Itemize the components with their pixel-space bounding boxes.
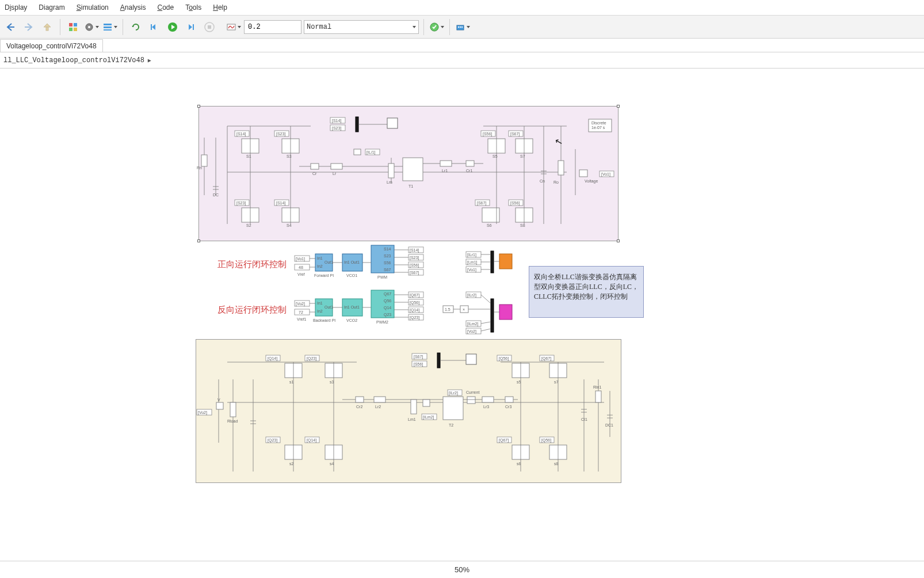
breadcrumb-item[interactable]: ll_LLC_Voltageloop_controlVi72Vo48 — [3, 56, 144, 64]
svg-text:[Q67]: [Q67] — [499, 438, 509, 443]
svg-text:[S56]: [S56] — [483, 132, 492, 136]
run-button[interactable] — [165, 19, 181, 35]
menu-tools[interactable]: Tools — [183, 2, 204, 13]
svg-rect-78 — [482, 208, 499, 222]
svg-text:[Q67]: [Q67] — [541, 356, 551, 361]
svg-text:S4: S4 — [287, 223, 292, 227]
svg-rect-259 — [505, 397, 513, 402]
up-button[interactable] — [39, 19, 55, 35]
svg-text:[S14]: [S14] — [410, 248, 419, 253]
svg-line-205 — [481, 322, 491, 324]
sim-mode-select[interactable]: Normal — [304, 20, 419, 34]
svg-text:[Q14]: [Q14] — [268, 356, 277, 361]
svg-text:[ILm2]: [ILm2] — [423, 415, 434, 420]
svg-rect-91 — [558, 161, 564, 175]
svg-text:[ILm2]: [ILm2] — [467, 322, 479, 326]
svg-rect-8 — [104, 26, 112, 28]
statusbar: 50% — [0, 561, 924, 578]
svg-text:[S67]: [S67] — [510, 132, 520, 136]
library-browser-button[interactable] — [65, 19, 81, 35]
svg-rect-247 — [423, 400, 430, 406]
svg-text:[Vo1]: [Vo1] — [467, 268, 476, 272]
menu-diagram[interactable]: Diagram — [36, 2, 67, 13]
svg-rect-10 — [151, 24, 152, 30]
svg-rect-25 — [201, 155, 207, 166]
svg-text:S56: S56 — [384, 261, 391, 265]
update-diagram-button[interactable] — [128, 19, 144, 35]
svg-rect-102 — [356, 117, 358, 132]
svg-point-6 — [88, 26, 90, 28]
forward-button[interactable] — [21, 19, 37, 35]
svg-line-206 — [481, 329, 491, 331]
diagnostics-button[interactable] — [429, 19, 445, 35]
svg-rect-9 — [104, 29, 112, 31]
svg-text:[S67]: [S67] — [414, 355, 423, 359]
svg-text:Rn: Rn — [197, 166, 202, 170]
svg-rect-295 — [466, 354, 476, 364]
menu-help[interactable]: Help — [211, 2, 230, 13]
svg-rect-19 — [460, 26, 461, 28]
svg-text:Forward PI: Forward PI — [314, 273, 334, 277]
model-tab[interactable]: Voltageloop_controlVi72Vo48 — [0, 39, 103, 52]
stop-time-input[interactable] — [244, 20, 301, 34]
svg-text:Lr2: Lr2 — [375, 405, 381, 409]
svg-text:Lr3: Lr3 — [483, 405, 489, 409]
svg-text:T1: T1 — [408, 184, 413, 188]
menu-simulation[interactable]: Simulation — [74, 2, 111, 13]
menu-display[interactable]: Display — [2, 2, 29, 13]
menu-code[interactable]: Code — [155, 2, 176, 13]
stop-button[interactable] — [201, 19, 217, 35]
svg-text:S8: S8 — [520, 223, 525, 227]
svg-rect-2 — [74, 23, 77, 26]
svg-rect-56 — [388, 163, 394, 178]
breadcrumb-bar: ll_LLC_Voltageloop_controlVi72Vo48 ▶ — [0, 52, 924, 69]
svg-text:Q56: Q56 — [384, 299, 391, 303]
svg-rect-212 — [216, 402, 223, 409]
menu-analysis[interactable]: Analysis — [118, 2, 148, 13]
svg-text:In1 Out1: In1 Out1 — [344, 260, 360, 264]
svg-rect-245 — [411, 400, 417, 414]
svg-text:48: 48 — [299, 265, 303, 269]
target-button[interactable] — [455, 19, 471, 35]
step-back-button[interactable] — [146, 19, 162, 35]
svg-text:DC: DC — [213, 193, 219, 197]
model-canvas[interactable]: 正向运行闭环控制 反向运行闭环控制 双向全桥LLC谐振变换器仿真隔离型双向变换器… — [0, 69, 924, 561]
svg-rect-217 — [230, 402, 236, 417]
svg-rect-243 — [374, 397, 385, 402]
svg-rect-20 — [461, 26, 463, 28]
svg-text:[ILr2]: [ILr2] — [467, 293, 476, 298]
svg-text:[Q14]: [Q14] — [410, 308, 419, 313]
svg-text:[Lm1]: [Lm1] — [467, 260, 478, 265]
svg-text:[S14]: [S14] — [276, 201, 285, 206]
svg-text:Cn: Cn — [540, 179, 545, 183]
svg-text:S67: S67 — [384, 268, 391, 272]
record-button[interactable] — [226, 19, 242, 35]
svg-text:Vref: Vref — [297, 272, 305, 276]
back-button[interactable] — [2, 19, 18, 35]
svg-rect-250 — [443, 397, 463, 420]
svg-text:[Q56]: [Q56] — [499, 356, 509, 361]
svg-text:CI1: CI1 — [581, 417, 587, 421]
svg-rect-284 — [595, 391, 601, 402]
svg-rect-53 — [331, 163, 342, 169]
svg-text:In2: In2 — [317, 264, 323, 268]
svg-text:[Vo2]: [Vo2] — [198, 410, 207, 415]
explorer-button[interactable] — [102, 19, 118, 35]
svg-rect-0 — [46, 27, 48, 31]
svg-rect-18 — [458, 26, 459, 28]
svg-text:[S56]: [S56] — [510, 201, 520, 206]
svg-text:[S67]: [S67] — [477, 201, 486, 206]
zoom-level[interactable]: 50% — [455, 565, 469, 574]
svg-rect-241 — [356, 397, 364, 402]
svg-text:[S23]: [S23] — [276, 132, 285, 136]
svg-rect-185 — [499, 254, 512, 269]
step-forward-button[interactable] — [183, 19, 199, 35]
svg-text:[Q23]: [Q23] — [410, 315, 419, 320]
svg-text:[Q56]: [Q56] — [541, 438, 551, 443]
svg-text:[Q23]: [Q23] — [268, 438, 277, 443]
svg-text:[ILr1]: [ILr1] — [467, 253, 476, 257]
svg-text:V: V — [217, 398, 220, 402]
model-config-button[interactable] — [83, 19, 100, 35]
svg-rect-201 — [499, 305, 512, 320]
svg-text:[Vo1]: [Vo1] — [296, 257, 305, 261]
